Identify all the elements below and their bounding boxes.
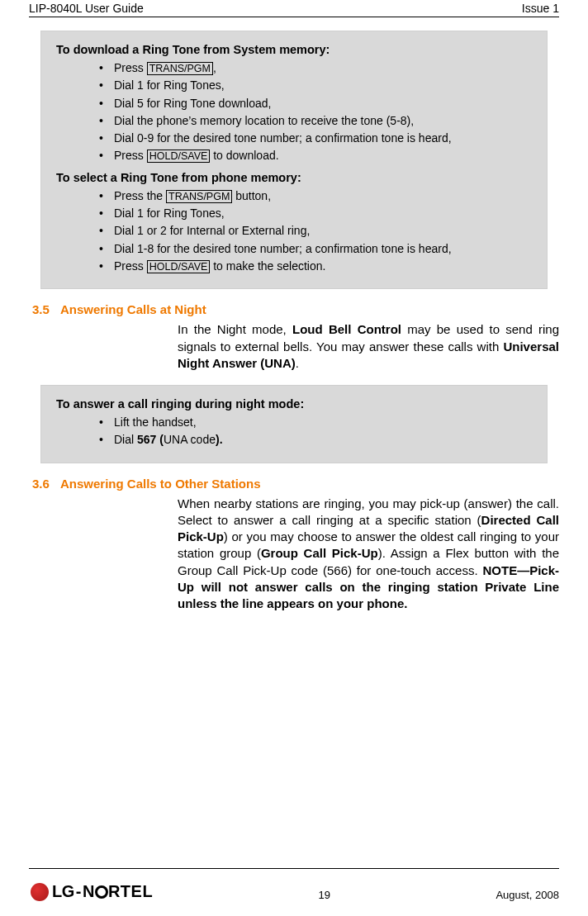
- text: UNA code: [164, 433, 216, 446]
- section-title: Answering Calls to Other Stations: [60, 477, 261, 491]
- text: to download.: [210, 149, 278, 162]
- text: Press: [114, 259, 147, 273]
- step: Dial 1 for Ring Tones,: [99, 205, 532, 221]
- logo-n-text: N: [83, 882, 95, 900]
- section-3-5-heading: 3.5 Answering Calls at Night: [29, 302, 559, 316]
- step: Dial 5 for Ring Tone download,: [99, 95, 532, 112]
- text: .: [296, 356, 299, 370]
- logo-face-icon: [31, 883, 49, 901]
- box1-steps1: Press TRANS/PGM, Dial 1 for Ring Tones, …: [56, 59, 532, 164]
- text: to make the selection.: [210, 259, 325, 273]
- step: Dial the phone’s memory location to rece…: [99, 112, 532, 129]
- logo-lg-text: LG: [52, 882, 74, 901]
- text: Dial: [114, 433, 137, 446]
- section-3-6-heading: 3.6 Answering Calls to Other Stations: [29, 477, 559, 491]
- step: Dial 1 for Ring Tones,: [99, 77, 532, 93]
- doc-title: LIP-8040L User Guide: [29, 2, 144, 15]
- step: Dial 0-9 for the desired tone number; a …: [99, 130, 532, 146]
- key-trans-pgm: TRANS/PGM: [166, 190, 232, 203]
- page-number: 19: [153, 872, 496, 901]
- box2-heading: To answer a call ringing during night mo…: [56, 397, 532, 411]
- text-bold: Group Call Pick-Up: [261, 546, 378, 560]
- procedure-box-ringtone: To download a Ring Tone from System memo…: [40, 31, 548, 289]
- doc-issue: Issue 1: [522, 2, 559, 15]
- procedure-box-night-answer: To answer a call ringing during night mo…: [40, 385, 548, 463]
- key-hold-save: HOLD/SAVE: [147, 260, 211, 273]
- step: Press HOLD/SAVE to make the selection.: [99, 258, 532, 274]
- key-trans-pgm: TRANS/PGM: [147, 62, 213, 75]
- header-rule: [29, 17, 559, 17]
- logo-rtel-text: RTEL: [108, 882, 153, 900]
- step: Press TRANS/PGM,: [99, 59, 532, 76]
- section-title: Answering Calls at Night: [60, 302, 206, 316]
- footer-rule: [29, 868, 559, 869]
- globe-icon: [95, 885, 108, 899]
- logo-dash: -: [76, 882, 81, 901]
- text: In the Night mode,: [178, 322, 292, 336]
- step: Lift the handset,: [99, 414, 532, 430]
- section-3-6-body: When nearby stations are ringing, you ma…: [178, 496, 559, 613]
- text: Press: [114, 149, 147, 162]
- step: Dial 567 (UNA code).: [99, 431, 532, 448]
- step: Press HOLD/SAVE to download.: [99, 147, 532, 164]
- step: Press the TRANS/PGM button,: [99, 187, 532, 204]
- section-num: 3.5: [29, 302, 60, 316]
- text-bold: Loud Bell Control: [292, 322, 401, 336]
- text: Press the: [114, 189, 166, 202]
- section-3-5-body: In the Night mode, Loud Bell Control may…: [178, 321, 559, 372]
- key-hold-save: HOLD/SAVE: [147, 150, 211, 163]
- text-bold: ).: [216, 433, 223, 446]
- box2-steps: Lift the handset, Dial 567 (UNA code).: [56, 414, 532, 449]
- text: Press: [114, 61, 147, 74]
- text: ,: [213, 61, 216, 74]
- lg-nortel-logo: LG - NRTEL: [29, 882, 153, 901]
- box1-steps2: Press the TRANS/PGM button, Dial 1 for R…: [56, 187, 532, 274]
- box1-heading1: To download a Ring Tone from System memo…: [56, 43, 532, 56]
- section-num: 3.6: [29, 477, 60, 491]
- doc-footer: LG - NRTEL 19 August, 2008: [29, 868, 559, 901]
- doc-header: LIP-8040L User Guide Issue 1: [29, 0, 559, 15]
- footer-date: August, 2008: [496, 872, 559, 901]
- text: button,: [232, 189, 271, 202]
- step: Dial 1-8 for the desired tone number; a …: [99, 240, 532, 257]
- text-bold: 567 (: [137, 433, 164, 446]
- box1-heading2: To select a Ring Tone from phone memory:: [56, 171, 532, 184]
- step: Dial 1 or 2 for Internal or External rin…: [99, 222, 532, 239]
